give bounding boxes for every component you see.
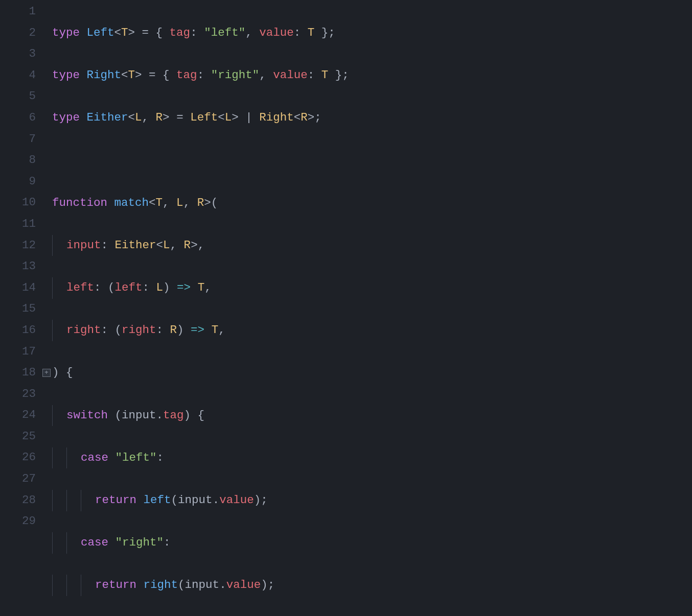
line-number: 7: [0, 129, 41, 150]
line-number: 5: [0, 86, 41, 107]
line-number: 10: [0, 192, 41, 214]
code-area[interactable]: type Left<T> = { tag: "left", value: T }…: [52, 0, 692, 616]
code-line[interactable]: case "left":: [52, 447, 692, 469]
line-number: 2: [0, 22, 41, 44]
line-number: 4: [0, 65, 41, 86]
line-number-gutter: 1 2 3 4 5 6 7 8 9 10 11 12 13 14 15 16 1…: [0, 0, 41, 616]
code-line[interactable]: right: (right: R) => T,: [52, 320, 692, 341]
line-number: 9: [0, 171, 41, 193]
line-number: 26: [0, 447, 41, 468]
fold-expand-icon[interactable]: +: [42, 369, 51, 377]
fold-gutter: +: [41, 0, 52, 616]
line-number: 29: [0, 511, 41, 532]
code-line[interactable]: switch (input.tag) {: [52, 405, 692, 427]
line-number: 15: [0, 298, 41, 320]
code-line[interactable]: type Either<L, R> = Left<L> | Right<R>;: [52, 107, 692, 129]
line-number: 25: [0, 426, 41, 447]
line-number: 11: [0, 214, 41, 235]
code-line[interactable]: type Right<T> = { tag: "right", value: T…: [52, 65, 692, 86]
code-line[interactable]: input: Either<L, R>,: [52, 235, 692, 256]
code-line[interactable]: return right(input.value);: [52, 575, 692, 596]
code-line[interactable]: case "right":: [52, 532, 692, 554]
line-number: 8: [0, 150, 41, 171]
line-number: 17: [0, 341, 41, 363]
line-number: 6: [0, 107, 41, 129]
line-number: 1: [0, 1, 41, 22]
code-line[interactable]: return left(input.value);: [52, 490, 692, 511]
line-number: 27: [0, 468, 41, 490]
line-number: 28: [0, 490, 41, 511]
line-number: 18: [0, 362, 41, 384]
line-number: 12: [0, 235, 41, 256]
line-number: 23: [0, 384, 41, 405]
code-line[interactable]: ) {: [52, 362, 692, 384]
code-editor[interactable]: 1 2 3 4 5 6 7 8 9 10 11 12 13 14 15 16 1…: [0, 0, 692, 616]
code-line[interactable]: type Left<T> = { tag: "left", value: T }…: [52, 22, 692, 44]
line-number: 24: [0, 405, 41, 426]
line-number: 13: [0, 256, 41, 277]
code-line[interactable]: left: (left: L) => T,: [52, 277, 692, 299]
keyword-type: type: [52, 26, 80, 39]
line-number: 3: [0, 43, 41, 65]
line-number: 14: [0, 277, 41, 299]
type-name: Left: [87, 26, 114, 39]
code-line[interactable]: [52, 150, 692, 171]
line-number: 16: [0, 320, 41, 341]
code-line[interactable]: function match<T, L, R>(: [52, 193, 692, 214]
